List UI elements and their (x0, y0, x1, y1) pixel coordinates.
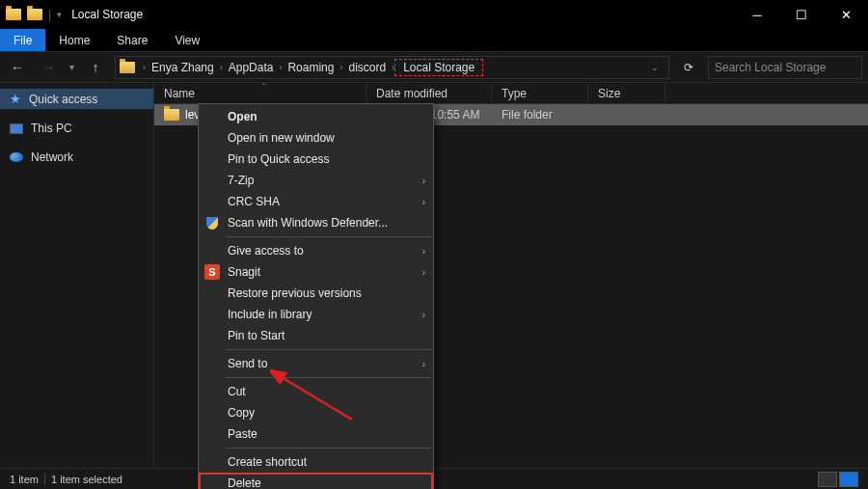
sidebar-label: Quick access (29, 93, 97, 106)
ctx-pin-quick-access[interactable]: Pin to Quick access (199, 149, 433, 170)
context-menu: Open Open in new window Pin to Quick acc… (198, 103, 434, 489)
navigation-bar: ← → ▾ ↑ › Enya Zhang › AppData › Roaming… (0, 52, 868, 83)
ctx-restore-versions[interactable]: Restore previous versions (199, 283, 433, 304)
refresh-button[interactable]: ⟳ (677, 56, 700, 79)
ctx-crc-sha[interactable]: CRC SHA› (199, 191, 433, 212)
breadcrumb-item[interactable]: Roaming (284, 61, 338, 74)
submenu-arrow-icon: › (422, 246, 425, 257)
status-item-count: 1 item (10, 474, 39, 485)
status-bar: 1 item 1 item selected (0, 468, 868, 489)
snagit-icon: S (204, 264, 220, 280)
status-separator (44, 474, 45, 485)
chevron-icon[interactable]: › (338, 63, 344, 72)
ctx-copy[interactable]: Copy (199, 402, 433, 423)
ctx-separator (226, 448, 431, 448)
sort-indicator-icon: ⌃ (260, 82, 267, 91)
ctx-send-to[interactable]: Send to› (199, 353, 433, 374)
chevron-icon[interactable]: › (141, 63, 148, 72)
ctx-separator (226, 349, 431, 350)
tab-home[interactable]: Home (45, 29, 103, 51)
ctx-include-library[interactable]: Include in library› (199, 304, 433, 325)
breadcrumb-item[interactable]: discord (344, 61, 390, 74)
column-type[interactable]: Type (492, 83, 588, 103)
ctx-pin-start[interactable]: Pin to Start (199, 325, 433, 346)
navigation-pane: ★ Quick access This PC Network (0, 83, 154, 468)
column-headers: Name ⌃ Date modified Type Size (154, 83, 868, 104)
file-type: File folder (492, 108, 588, 122)
ctx-separator (226, 236, 431, 237)
column-date[interactable]: Date modified (366, 83, 492, 103)
ctx-open-new-window[interactable]: Open in new window (199, 127, 433, 149)
column-name[interactable]: Name ⌃ (154, 83, 366, 103)
search-input[interactable]: Search Local Storage (708, 56, 862, 79)
view-details-button[interactable] (818, 472, 837, 487)
ctx-create-shortcut[interactable]: Create shortcut (199, 451, 433, 473)
minimize-button[interactable]: ─ (735, 0, 779, 29)
ctx-delete[interactable]: Delete (199, 473, 433, 489)
sidebar-network[interactable]: Network (0, 148, 153, 167)
address-bar[interactable]: › Enya Zhang › AppData › Roaming › disco… (115, 56, 669, 79)
breadcrumb-item[interactable]: Enya Zhang (148, 61, 218, 74)
qat-separator: | (48, 8, 51, 21)
qat-dropdown-icon[interactable]: ▾ (57, 10, 62, 19)
forward-button[interactable]: → (37, 56, 60, 79)
submenu-arrow-icon: › (422, 197, 425, 207)
tab-share[interactable]: Share (103, 29, 161, 51)
sidebar-quick-access[interactable]: ★ Quick access (0, 89, 153, 109)
chevron-icon[interactable]: › (277, 63, 284, 72)
shield-icon (204, 215, 220, 231)
ribbon-tabs: File Home Share View (0, 29, 868, 52)
titlebar: | ▾ Local Storage ─ ☐ ✕ (0, 0, 868, 29)
back-button[interactable]: ← (6, 56, 29, 79)
sidebar-label: Network (31, 150, 73, 164)
ctx-cut[interactable]: Cut (199, 381, 433, 402)
star-icon: ★ (10, 92, 21, 106)
ctx-7zip[interactable]: 7-Zip› (199, 170, 433, 191)
breadcrumb-item[interactable]: AppData (225, 61, 278, 74)
status-selected-count: 1 item selected (51, 474, 122, 485)
pc-icon (10, 123, 23, 134)
ctx-paste[interactable]: Paste (199, 423, 433, 445)
maximize-button[interactable]: ☐ (779, 0, 824, 29)
qat-explorer-icon[interactable] (27, 9, 42, 20)
ctx-snagit[interactable]: SSnagit› (199, 261, 433, 283)
ctx-separator (226, 377, 431, 378)
view-thumbnails-button[interactable] (839, 472, 858, 487)
network-icon (10, 152, 23, 162)
submenu-arrow-icon: › (422, 310, 425, 320)
submenu-arrow-icon: › (422, 359, 425, 369)
tab-file[interactable]: File (0, 29, 45, 51)
chevron-icon[interactable]: › (218, 63, 225, 72)
tab-view[interactable]: View (161, 29, 213, 51)
window-title: Local Storage (71, 8, 143, 21)
app-icon (6, 9, 21, 20)
breadcrumb-item-current[interactable]: Local Storage (394, 59, 483, 76)
sidebar-label: This PC (31, 122, 72, 135)
up-button[interactable]: ↑ (84, 56, 107, 79)
close-button[interactable]: ✕ (824, 0, 868, 29)
address-dropdown-icon[interactable]: ⌄ (645, 63, 665, 72)
ctx-open[interactable]: Open (199, 106, 433, 127)
sidebar-this-pc[interactable]: This PC (0, 119, 153, 138)
address-folder-icon (120, 62, 135, 73)
submenu-arrow-icon: › (422, 267, 425, 278)
submenu-arrow-icon: › (422, 176, 425, 186)
history-dropdown[interactable]: ▾ (68, 62, 76, 72)
folder-icon (164, 109, 179, 121)
ctx-defender[interactable]: Scan with Windows Defender... (199, 212, 433, 233)
ctx-give-access[interactable]: Give access to› (199, 240, 433, 261)
column-size[interactable]: Size (588, 83, 665, 103)
